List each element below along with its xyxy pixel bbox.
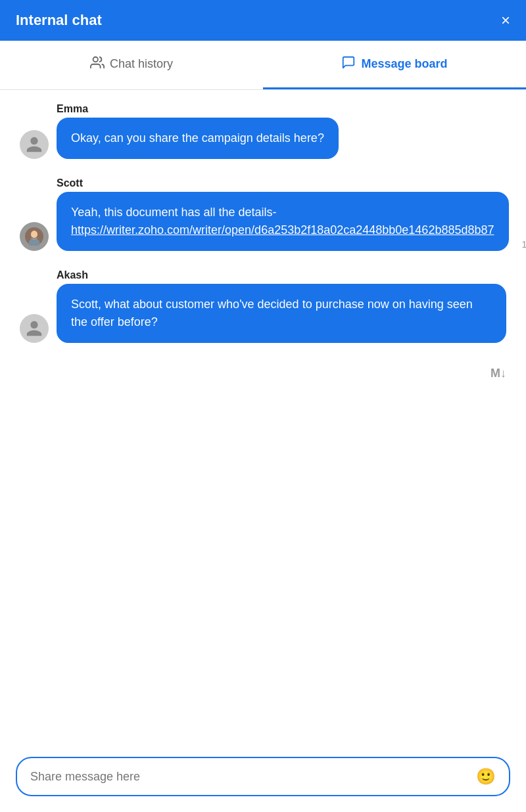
message-row-akash: Scott, what about customer who've decide… bbox=[20, 284, 506, 343]
bubble-emma: Okay, can you share the campaign details… bbox=[57, 118, 339, 159]
svg-point-0 bbox=[93, 57, 98, 62]
message-row-emma: Okay, can you share the campaign details… bbox=[20, 118, 506, 159]
message-group-akash: Akash Scott, what about customer who've … bbox=[20, 269, 506, 343]
markdown-indicator: M↓ bbox=[20, 361, 506, 386]
sender-name-scott: Scott bbox=[57, 177, 506, 189]
header-title: Internal chat bbox=[16, 12, 102, 29]
chat-history-icon bbox=[90, 55, 105, 73]
avatar-scott bbox=[20, 222, 49, 251]
tabs: Chat history Message board bbox=[0, 41, 526, 90]
app-container: Internal chat × Chat history Message boa bbox=[0, 0, 526, 812]
input-area: 🙂 bbox=[0, 746, 526, 812]
avatar-emma bbox=[20, 130, 49, 159]
header: Internal chat × bbox=[0, 0, 526, 41]
sender-name-akash: Akash bbox=[57, 269, 506, 281]
message-row-scott: Yeah, this document has all the details-… bbox=[20, 192, 506, 251]
bubble-text-akash: Scott, what about customer who've decide… bbox=[71, 298, 473, 328]
timestamp-scott: 10:51 am bbox=[522, 239, 527, 251]
tab-chat-history[interactable]: Chat history bbox=[0, 41, 263, 89]
bubble-text-before-link: Yeah, this document has all the details- bbox=[71, 206, 277, 219]
bubble-akash: Scott, what about customer who've decide… bbox=[57, 284, 506, 343]
tab-message-board-label: Message board bbox=[361, 57, 447, 71]
bubble-link-scott[interactable]: https://writer.zoho.com/writer/open/d6a2… bbox=[71, 223, 494, 237]
svg-point-2 bbox=[31, 231, 37, 238]
close-button[interactable]: × bbox=[501, 12, 510, 28]
chat-area: Emma Okay, can you share the campaign de… bbox=[0, 90, 526, 746]
message-group-emma: Emma Okay, can you share the campaign de… bbox=[20, 103, 506, 159]
tab-message-board[interactable]: Message board bbox=[263, 41, 526, 89]
sender-name-emma: Emma bbox=[57, 103, 506, 115]
emoji-button[interactable]: 🙂 bbox=[476, 769, 496, 784]
message-group-scott: Scott Yeah, this document has all the de… bbox=[20, 177, 506, 251]
markdown-icon: M↓ bbox=[490, 367, 506, 380]
avatar-akash bbox=[20, 314, 49, 343]
bubble-scott: Yeah, this document has all the details-… bbox=[57, 192, 509, 251]
message-board-icon bbox=[341, 55, 356, 73]
input-box: 🙂 bbox=[16, 757, 510, 796]
bubble-text-emma: Okay, can you share the campaign details… bbox=[71, 131, 324, 145]
tab-chat-history-label: Chat history bbox=[110, 57, 173, 71]
message-input[interactable] bbox=[30, 770, 468, 784]
